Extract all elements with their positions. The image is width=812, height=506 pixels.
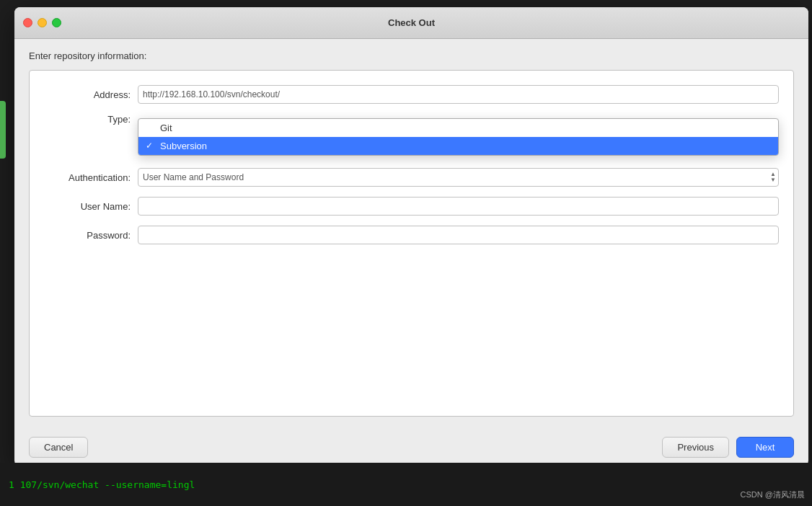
type-dropdown-popup[interactable]: Git ✓ Subversion xyxy=(138,118,779,156)
authentication-row: Authentication: User Name and Password ▲… xyxy=(30,168,793,187)
section-title: Enter repository information: xyxy=(29,50,794,61)
maximize-button[interactable] xyxy=(52,18,61,27)
window-content: Enter repository information: Address: T… xyxy=(14,39,808,428)
dropdown-item-git[interactable]: Git xyxy=(138,119,778,137)
address-input[interactable] xyxy=(138,85,779,104)
title-bar: Check Out xyxy=(14,7,808,39)
subversion-checkmark: ✓ xyxy=(146,141,156,151)
subversion-label: Subversion xyxy=(160,141,207,151)
terminal-text: 1 107/svn/wechat --username=lingl xyxy=(9,479,195,490)
right-buttons: Previous Next xyxy=(662,437,794,458)
authentication-select[interactable]: User Name and Password xyxy=(138,168,779,187)
address-row: Address: xyxy=(30,85,793,104)
git-label: Git xyxy=(160,123,172,133)
authentication-wrapper: User Name and Password ▲ ▼ xyxy=(138,168,779,187)
terminal-background: 1 107/svn/wechat --username=lingl xyxy=(0,463,812,506)
checkout-dialog: Check Out Enter repository information: … xyxy=(14,7,808,466)
watermark: CSDN @清风清晨 xyxy=(741,489,805,500)
type-row: Type: Git ✓ Subversion xyxy=(30,114,793,125)
password-row: Password: xyxy=(30,226,793,244)
type-label: Type: xyxy=(44,114,131,125)
authentication-label: Authentication: xyxy=(44,172,131,183)
username-input[interactable] xyxy=(138,197,779,216)
previous-button[interactable]: Previous xyxy=(662,437,729,458)
username-row: User Name: xyxy=(30,197,793,216)
window-title: Check Out xyxy=(388,17,435,28)
address-label: Address: xyxy=(44,89,131,100)
footer-buttons: Cancel Previous Next xyxy=(14,428,808,466)
form-panel: Address: Type: Git ✓ Subversion xyxy=(29,70,794,417)
cancel-button[interactable]: Cancel xyxy=(29,437,88,458)
password-input[interactable] xyxy=(138,226,779,244)
username-label: User Name: xyxy=(44,201,131,212)
dropdown-item-subversion[interactable]: ✓ Subversion xyxy=(138,137,778,155)
close-button[interactable] xyxy=(23,18,32,27)
traffic-lights xyxy=(23,18,61,27)
password-label: Password: xyxy=(44,230,131,241)
next-button[interactable]: Next xyxy=(736,437,794,458)
minimize-button[interactable] xyxy=(37,18,47,27)
green-stripe xyxy=(0,101,6,159)
